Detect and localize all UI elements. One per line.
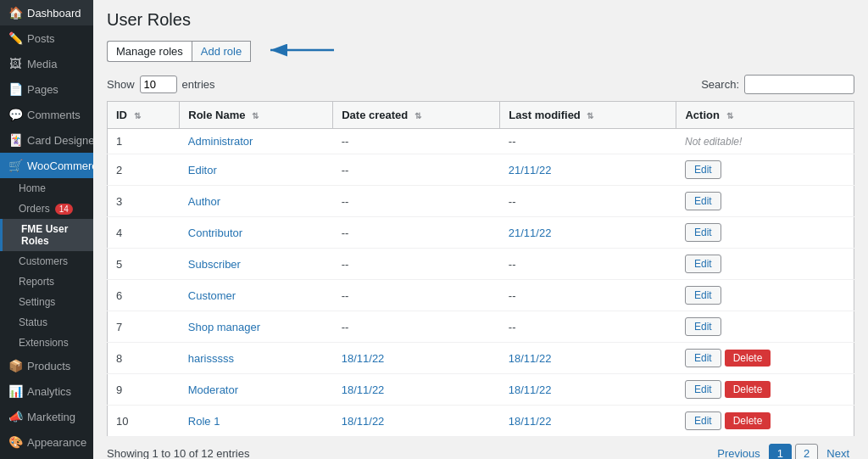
last-modified-sort-icon: ⇅ [587, 111, 593, 120]
comments-icon: 💬 [8, 108, 22, 121]
pagination-previous[interactable]: Previous [712, 445, 765, 459]
action-cell: Edit [676, 280, 854, 311]
search-input[interactable] [744, 75, 854, 94]
role-name-link[interactable]: Role 1 [188, 415, 220, 428]
pagination-next[interactable]: Next [821, 445, 854, 459]
sidebar-item-appearance[interactable]: 🎨 Appearance [0, 429, 93, 455]
page-title: User Roles [107, 10, 854, 30]
date-created-cell: -- [333, 280, 500, 311]
id-cell: 6 [108, 280, 180, 311]
role-name-cell: Shop manager [180, 311, 333, 343]
dashboard-icon: 🏠 [8, 6, 22, 20]
sidebar-sub-fme-user-roles[interactable]: FME User Roles [0, 219, 93, 251]
sidebar-item-label: Pages [27, 83, 58, 96]
main-content: User Roles Manage roles Add role [93, 0, 868, 459]
sidebar-section-label: WooCommerce [27, 160, 93, 172]
edit-button[interactable]: Edit [685, 411, 721, 430]
role-name-link[interactable]: Subscriber [188, 258, 241, 271]
edit-button[interactable]: Edit [685, 286, 721, 305]
delete-button[interactable]: Delete [725, 381, 771, 398]
sidebar-sub-status[interactable]: Status [0, 312, 93, 333]
sidebar-item-plugins[interactable]: 🔌 Plugins 3 [0, 455, 93, 459]
sidebar-sub-extensions[interactable]: Extensions [0, 333, 93, 353]
role-name-sort-icon: ⇅ [252, 111, 259, 120]
delete-button[interactable]: Delete [725, 350, 771, 367]
table-row: 5 Subscriber -- -- Edit [108, 249, 854, 280]
analytics-icon: 📊 [8, 384, 22, 398]
sidebar-item-posts[interactable]: ✏️ Posts [0, 25, 93, 51]
action-cell: Edit [676, 154, 854, 186]
sidebar-item-analytics[interactable]: 📊 Analytics [0, 378, 93, 404]
sidebar-sub-settings[interactable]: Settings [0, 292, 93, 312]
role-name-cell: Administrator [180, 129, 333, 154]
sidebar-sub-customers[interactable]: Customers [0, 251, 93, 271]
table-footer: Showing 1 to 10 of 12 entries Previous 1… [107, 444, 854, 459]
edit-button[interactable]: Edit [685, 349, 721, 367]
posts-icon: ✏️ [8, 31, 22, 45]
pagination-page-2[interactable]: 2 [795, 444, 818, 459]
sidebar: 🏠 Dashboard ✏️ Posts 🖼 Media 📄 Pages 💬 C… [0, 0, 93, 459]
sidebar-sub-home[interactable]: Home [0, 178, 93, 199]
sidebar-item-card-designer[interactable]: 🃏 Card Designer [0, 127, 93, 153]
tab-add-role[interactable]: Add role [192, 41, 251, 62]
not-editable-label: Not editable! [685, 136, 742, 148]
id-cell: 1 [108, 129, 180, 154]
edit-button[interactable]: Edit [685, 380, 721, 399]
tab-manage-roles[interactable]: Manage roles [107, 41, 192, 62]
sidebar-item-label: Card Designer [27, 134, 93, 147]
role-name-cell: Author [180, 186, 333, 217]
edit-button[interactable]: Edit [685, 255, 721, 273]
sidebar-item-dashboard[interactable]: 🏠 Dashboard [0, 0, 93, 25]
entries-label: entries [182, 78, 215, 91]
roles-table: ID ⇅ Role Name ⇅ Date created ⇅ Last mod… [107, 101, 854, 437]
edit-button[interactable]: Edit [685, 160, 721, 179]
show-label: Show [107, 78, 135, 91]
search-label: Search: [701, 78, 739, 91]
edit-button[interactable]: Edit [685, 223, 721, 242]
edit-button[interactable]: Edit [685, 192, 721, 210]
role-name-link[interactable]: Editor [188, 164, 217, 176]
pagination-page-1[interactable]: 1 [769, 444, 792, 459]
sidebar-section-woocommerce[interactable]: 🛒 WooCommerce [0, 153, 93, 178]
entries-input[interactable] [140, 76, 177, 93]
col-action: Action ⇅ [676, 102, 854, 129]
date-created-sort-icon: ⇅ [415, 111, 421, 120]
role-name-link[interactable]: Moderator [188, 383, 238, 396]
role-name-link[interactable]: harisssss [188, 352, 234, 365]
sidebar-sub-orders[interactable]: Orders 14 [0, 199, 93, 219]
tabs-bar: Manage roles Add role [107, 40, 854, 63]
sidebar-sub-reports[interactable]: Reports [0, 271, 93, 292]
role-name-link[interactable]: Contributor [188, 227, 242, 239]
show-entries: Show entries [107, 76, 215, 93]
action-cell: EditDelete [676, 343, 854, 374]
sidebar-item-media[interactable]: 🖼 Media [0, 51, 93, 76]
date-created-cell: 18/11/22 [333, 374, 500, 406]
role-name-link[interactable]: Author [188, 195, 220, 208]
role-name-cell: harisssss [180, 343, 333, 374]
sidebar-item-products[interactable]: 📦 Products [0, 353, 93, 378]
sidebar-item-label: Analytics [27, 385, 71, 398]
sidebar-item-label: Media [27, 58, 57, 70]
date-created-cell: -- [333, 129, 500, 154]
id-sort-icon: ⇅ [134, 111, 141, 120]
id-cell: 3 [108, 186, 180, 217]
action-cell: Not editable! [676, 129, 854, 154]
role-name-link[interactable]: Customer [188, 289, 236, 302]
id-cell: 9 [108, 374, 180, 406]
action-cell: EditDelete [676, 374, 854, 406]
media-icon: 🖼 [8, 57, 22, 70]
role-name-cell: Editor [180, 154, 333, 186]
delete-button[interactable]: Delete [725, 412, 771, 429]
products-icon: 📦 [8, 359, 22, 372]
role-name-cell: Customer [180, 280, 333, 311]
last-modified-cell: -- [500, 280, 676, 311]
role-name-link[interactable]: Shop manager [188, 321, 260, 333]
role-name-cell: Subscriber [180, 249, 333, 280]
sidebar-item-marketing[interactable]: 📣 Marketing [0, 404, 93, 429]
sidebar-item-comments[interactable]: 💬 Comments [0, 102, 93, 127]
woocommerce-icon: 🛒 [8, 159, 22, 172]
pages-icon: 📄 [8, 82, 22, 96]
role-name-link[interactable]: Administrator [188, 135, 253, 148]
edit-button[interactable]: Edit [685, 317, 721, 336]
sidebar-item-pages[interactable]: 📄 Pages [0, 76, 93, 102]
